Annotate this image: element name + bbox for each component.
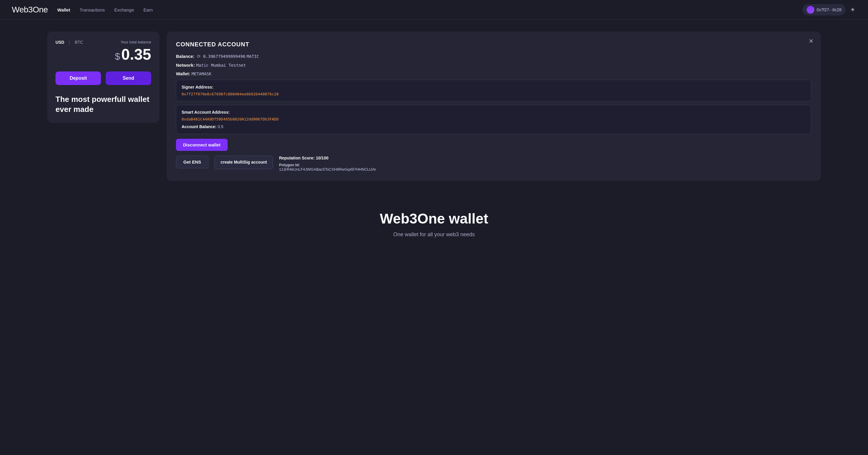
balance-row-label: Balance:	[176, 54, 194, 59]
balance-row-value: 0.396779499999496	[203, 54, 245, 59]
main-content: USD | BTC Your total balance $0.35 Depos…	[0, 20, 868, 193]
deposit-button[interactable]: Deposit	[56, 71, 101, 85]
signer-address-value: 0x7f27f070e8c67698fc808404ee6b926440876c…	[182, 92, 806, 96]
network-label: Network:	[176, 63, 195, 68]
nav-exchange[interactable]: Exchange	[114, 6, 134, 13]
account-balance-row: Account Balance: 0.5	[182, 124, 806, 129]
currency-divider: |	[69, 40, 70, 44]
currency-tabs: USD | BTC	[56, 40, 83, 44]
account-balance-value: 0.5	[218, 124, 223, 129]
get-ens-button[interactable]: Get ENS	[176, 156, 209, 168]
network-row: Network: Matic Mumbai Testnet	[176, 63, 811, 68]
action-buttons: Deposit Send	[56, 71, 151, 85]
wallet-badge[interactable]: 0x7f27···6c28	[802, 4, 845, 16]
bottom-section: Web3One wallet One wallet for all your w…	[0, 193, 868, 249]
logo-text-bold: Web3	[12, 5, 33, 14]
wallet-row-label: Wallet:	[176, 71, 190, 76]
balance-label: Your total balance	[115, 40, 151, 44]
app-logo: Web3One	[12, 5, 48, 14]
currency-btc-tab[interactable]: BTC	[75, 40, 83, 44]
bottom-title: Web3One wallet	[47, 211, 821, 227]
nav-links: Wallet Transactions Exchange Earn	[57, 6, 802, 13]
theme-toggle-button[interactable]: ☀	[849, 5, 856, 14]
currency-usd-tab[interactable]: USD	[56, 40, 64, 44]
signer-address-label: Signer Address:	[182, 85, 806, 89]
connected-account-title: CONNECTED ACCOUNT	[176, 41, 811, 48]
polygon-id-value: 113rR4kUnLF4JWGABac5TsCXH8RwGq497HHNCLtJ…	[279, 167, 811, 172]
left-card: USD | BTC Your total balance $0.35 Depos…	[47, 32, 159, 123]
signer-address-box: Signer Address: 0x7f27f070e8c67698fc8084…	[176, 80, 811, 101]
disconnect-wallet-button[interactable]: Disconnect wallet	[176, 139, 228, 151]
wallet-avatar	[807, 6, 814, 13]
tagline: The most powerfull wallet ever made	[56, 94, 151, 115]
balance-row: Balance: ⟳ 0.396779499999496 MATIC	[176, 54, 811, 59]
logo-text-light: One	[33, 5, 48, 14]
wallet-address-display: 0x7f27···6c28	[817, 7, 841, 12]
nav-earn[interactable]: Earn	[144, 6, 153, 13]
wallet-row-value: METAMASK	[192, 71, 211, 76]
reputation-score: Reputation Score: 10/100	[279, 156, 811, 160]
send-button[interactable]: Send	[106, 71, 151, 85]
nav-right: 0x7f27···6c28 ☀	[802, 4, 856, 16]
smart-account-box: Smart Account Address: 0xdaB481C44A9Df59…	[176, 105, 811, 134]
nav-transactions[interactable]: Transactions	[80, 6, 105, 13]
smart-account-label: Smart Account Address:	[182, 110, 806, 115]
bottom-subtitle: One wallet for all your web3 needs	[47, 232, 821, 238]
smart-account-address: 0xdaB481C44A9Df59D495b8020A12dd0067Db3FA…	[182, 117, 806, 121]
balance-currency-label: MATIC	[247, 54, 259, 59]
reputation-info: Reputation Score: 10/100 Polygon Id: 113…	[279, 156, 811, 172]
nav-wallet[interactable]: Wallet	[57, 6, 70, 13]
balance-amount: $0.35	[115, 46, 151, 63]
polygon-id-label: Polygon Id:	[279, 163, 811, 167]
wallet-row: Wallet: METAMASK	[176, 71, 811, 76]
dollar-sign: $	[115, 51, 120, 62]
network-value: Matic Mumbai Testnet	[196, 63, 246, 68]
close-button[interactable]: ✕	[809, 37, 814, 44]
balance-value: 0.35	[121, 46, 151, 63]
connected-account-card: ✕ CONNECTED ACCOUNT Balance: ⟳ 0.3967794…	[166, 32, 821, 181]
create-multisig-button[interactable]: create MultiSig account	[214, 156, 273, 169]
refresh-icon[interactable]: ⟳	[197, 54, 201, 59]
bottom-actions: Get ENS create MultiSig account Reputati…	[176, 156, 811, 172]
